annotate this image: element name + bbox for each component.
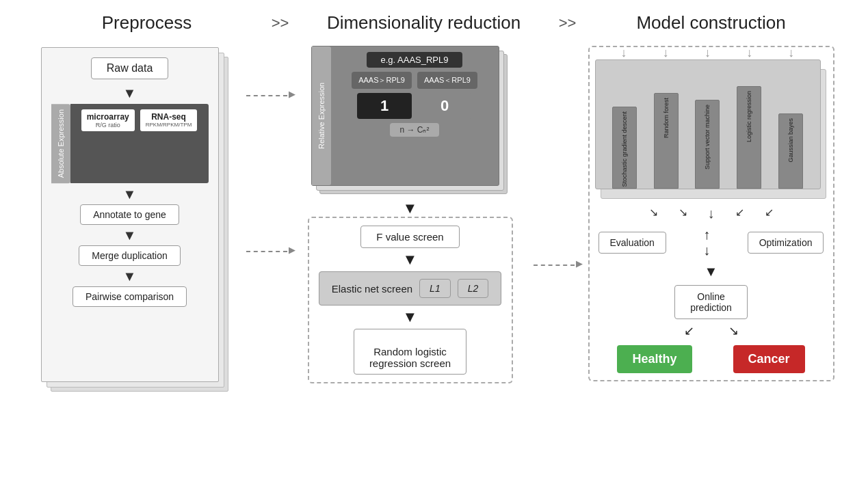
online-pred-line1: Online <box>690 291 732 302</box>
up-arrow: ↑ <box>703 227 710 243</box>
merge-label: Merge duplication <box>92 250 168 261</box>
random-logistic-box: Random logistic regression screen <box>354 329 466 375</box>
cls-label-gb: Gaussian bayes <box>787 118 794 163</box>
pairwise-label: Pairwise comparison <box>86 291 174 302</box>
rna-box: RNA-seq RPKM/RPKM/TPM <box>140 109 198 131</box>
cls-arrow3: ↓ <box>705 46 711 60</box>
cls-bar-lr-inner: Logistic regression <box>737 86 761 189</box>
arrow-after-rel-expr: ▼ <box>403 201 418 216</box>
elastic-net-label: Elastic net screen <box>332 283 412 295</box>
down-arrow: ↓ <box>703 243 710 258</box>
pre-to-dim-arrows <box>239 40 294 341</box>
cls-arrow4: ↓ <box>746 46 752 60</box>
val1-text: 1 <box>380 97 389 114</box>
arrow-to-pairwise: ▼ <box>123 269 137 283</box>
cls-bar-sgd-inner: Stochastic gradient descent <box>612 107 637 189</box>
abs-expr-text: Absolute Expression <box>57 109 65 178</box>
model-title: Model construction <box>636 12 785 33</box>
f-value-label: F value screen <box>376 231 443 243</box>
dim-to-model-arrow <box>534 265 575 266</box>
pre-to-dim-bot-arrow <box>246 251 287 252</box>
online-pred-box: Online prediction <box>674 285 748 319</box>
rel-formula-box: n → Cₙ² <box>390 123 438 137</box>
model-col: ↓ ↓ ↓ ↓ ↓ Stochastic gradient descent <box>581 40 841 381</box>
outcome-arrows: ↙ ↘ <box>684 323 739 338</box>
pre-to-dim-top-arrow <box>246 95 287 96</box>
arrow-to-online: ▼ <box>705 264 718 280</box>
cls-bar-rf-inner: Random forest <box>654 93 679 189</box>
healthy-box: Healthy <box>617 345 692 373</box>
arrow-to-abs: ▼ <box>123 86 137 100</box>
cls-top-arrows: ↓ ↓ ↓ ↓ ↓ <box>595 46 821 60</box>
cls-bar-gb: Gaussian bayes <box>774 67 807 189</box>
rel-compare2: AAAS＜RPL9 <box>417 72 477 89</box>
rel-compare-row: AAAS＞RPL9 AAAS＜RPL9 <box>338 72 492 89</box>
abs-expr-wrapper: Absolute Expression microarray R/G ratio… <box>51 104 209 183</box>
val0-text: 0 <box>440 97 449 114</box>
microarray-box: microarray R/G ratio <box>81 109 135 131</box>
cls-bar-svm-inner: Support vector machine <box>695 100 720 189</box>
rel-compare1: AAAS＞RPL9 <box>352 72 412 89</box>
cls-label-rf: Random forest <box>663 98 670 138</box>
cancer-box: Cancer <box>733 345 805 373</box>
arrow1-label: >> <box>272 14 289 31</box>
content-row: Raw data ▼ Absolute Expression microarra… <box>0 40 868 488</box>
microarray-label: microarray <box>87 112 129 122</box>
cancer-label: Cancer <box>748 352 790 366</box>
bidir-arrows: ↑ ↓ <box>703 227 710 258</box>
rel-expr-inner: e.g. AAAS_RPL9 AAAS＞RPL9 AAAS＜RPL9 <box>331 46 499 185</box>
cls-bottom-arrows: ↘ ↘ ↓ ↙ ↙ <box>649 206 774 221</box>
dim-to-model-arrows <box>527 40 581 341</box>
f-value-box: F value screen <box>360 226 459 248</box>
cls-bar-rf: Random forest <box>650 67 683 189</box>
preprocess-title: Preprocess <box>102 12 192 33</box>
dim-col: Relative Expression e.g. AAAS_RPL9 AAAS＞… <box>294 40 527 383</box>
main-container: Preprocess >> Dimensionality reduction >… <box>0 0 868 488</box>
dim-header: Dimensionality reduction <box>308 12 540 33</box>
eval-opt-row: Evaluation ↑ ↓ Optimization <box>599 227 824 258</box>
stacked-pages: Raw data ▼ Absolute Expression microarra… <box>41 47 226 382</box>
online-pred-line2: prediction <box>690 302 732 313</box>
elastic-l1: L1 <box>419 279 451 298</box>
preprocess-header: Preprocess <box>41 12 253 33</box>
rna-label: RNA-seq <box>146 112 192 122</box>
cls-down-arrow3: ↓ <box>708 206 715 221</box>
pairwise-box: Pairwise comparison <box>73 286 187 307</box>
arrow-to-annotate: ▼ <box>123 187 137 201</box>
rel-card-front: Relative Expression e.g. AAAS_RPL9 AAAS＞… <box>311 46 499 186</box>
rna-sub: RPKM/RPKM/TPM <box>146 122 192 128</box>
rel-formula-row: n → Cₙ² <box>338 123 492 137</box>
rel-val-0: 0 <box>417 93 472 119</box>
annotate-label: Annotate to gene <box>93 209 166 220</box>
rel-val-1: 1 <box>357 93 412 119</box>
outcome-arrow-right: ↘ <box>728 323 739 338</box>
cls-arrow2: ↓ <box>663 46 669 60</box>
elastic-l2: L2 <box>458 279 489 298</box>
page-front: Raw data ▼ Absolute Expression microarra… <box>41 47 219 382</box>
healthy-label: Healthy <box>632 352 676 366</box>
elastic-net-box: Elastic net screen L1 L2 <box>319 271 502 306</box>
eval-box: Evaluation <box>599 232 666 254</box>
model-outer-box: ↓ ↓ ↓ ↓ ↓ Stochastic gradient descent <box>588 46 834 381</box>
cls-bar-gb-inner: Gaussian bayes <box>778 113 803 189</box>
example-gene: e.g. AAAS_RPL9 <box>380 55 448 65</box>
arrow-to-elastic: ▼ <box>403 252 418 267</box>
outcome-row: Healthy Cancer <box>617 345 804 373</box>
header-arrow2: >> <box>540 14 595 32</box>
formula-text: n → Cₙ² <box>399 125 429 135</box>
preprocess-col: Raw data ▼ Absolute Expression microarra… <box>27 40 239 382</box>
model-header: Model construction <box>595 12 828 33</box>
header-arrow1: >> <box>253 14 308 32</box>
raw-data-label: Raw data <box>107 62 153 74</box>
dim-title: Dimensionality reduction <box>327 12 521 33</box>
arrow-to-random: ▼ <box>403 310 418 325</box>
compare2-label: AAAS＜RPL9 <box>424 76 471 84</box>
cls-arrow1: ↓ <box>621 46 627 60</box>
raw-data-box: Raw data <box>91 57 169 79</box>
cls-label-sgd: Stochastic gradient descent <box>621 111 628 187</box>
cls-label-lr: Logistic regression <box>746 91 752 142</box>
cls-down-arrow4: ↙ <box>735 206 744 221</box>
classifier-stack: ↓ ↓ ↓ ↓ ↓ Stochastic gradient descent <box>595 59 828 196</box>
abs-expr-label: Absolute Expression <box>51 104 70 183</box>
opt-box: Optimization <box>748 232 824 254</box>
